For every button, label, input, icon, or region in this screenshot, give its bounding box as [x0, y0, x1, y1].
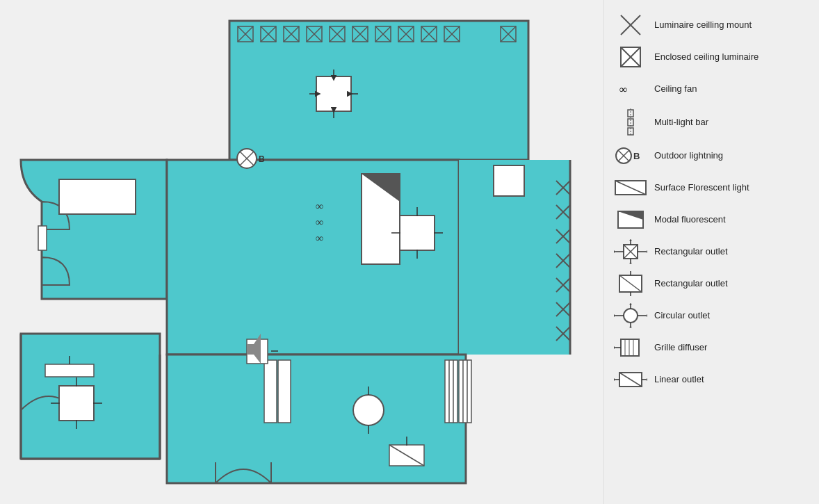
luminaire-ceiling-mount-label: Luminaire ceilling mount — [654, 19, 752, 31]
svg-text:∞: ∞ — [619, 83, 627, 95]
svg-rect-1 — [167, 160, 459, 355]
svg-text:B: B — [259, 154, 265, 164]
svg-point-114 — [353, 395, 384, 425]
rect-outlet-arrows-label: Rectangular outlet — [654, 246, 728, 258]
svg-rect-57 — [38, 226, 47, 250]
svg-marker-163 — [646, 314, 647, 317]
enclosed-ceiling-label: Enclosed ceiling luminaire — [654, 51, 759, 63]
svg-text:∞: ∞ — [316, 200, 323, 212]
circular-outlet-icon — [614, 303, 647, 328]
svg-rect-90 — [459, 360, 471, 423]
legend-item-multi-light: Multi-light bar — [614, 108, 809, 136]
outdoor-lightning-icon: B — [614, 146, 647, 165]
svg-marker-146 — [614, 250, 615, 253]
legend-item-rect-outlet: Rectangular outlet — [614, 271, 809, 296]
svg-rect-164 — [621, 339, 639, 356]
svg-marker-161 — [614, 314, 615, 317]
legend-item-outdoor-lightning: B Outdoor lightning — [614, 143, 809, 168]
svg-rect-93 — [45, 364, 94, 377]
svg-rect-87 — [445, 360, 457, 423]
svg-rect-44 — [316, 76, 351, 111]
rect-outlet-label: Rectangular outlet — [654, 278, 728, 290]
svg-point-155 — [624, 309, 638, 323]
svg-rect-105 — [264, 360, 277, 423]
legend-item-ceiling-fan: ∞ Ceiling fan — [614, 76, 809, 101]
svg-marker-144 — [629, 263, 632, 264]
svg-marker-169 — [614, 346, 615, 349]
circular-outlet-label: Circular outlet — [654, 310, 710, 322]
svg-marker-142 — [629, 239, 632, 241]
svg-marker-148 — [646, 250, 647, 253]
svg-rect-98 — [59, 386, 94, 421]
legend-item-luminaire-ceiling-mount: Luminaire ceilling mount — [614, 13, 809, 38]
multi-light-label: Multi-light bar — [654, 117, 708, 129]
linear-outlet-icon — [614, 367, 647, 392]
rect-outlet-arrows-icon — [614, 239, 647, 264]
legend-item-circular-outlet: Circular outlet — [614, 303, 809, 328]
svg-rect-70 — [494, 165, 524, 196]
grille-diffuser-icon — [614, 335, 647, 360]
svg-text:∞: ∞ — [316, 232, 323, 244]
linear-outlet-label: Linear outlet — [654, 374, 704, 386]
enclosed-ceiling-icon — [614, 44, 647, 70]
modal-fluorescent-label: Modal fluorescent — [654, 214, 726, 226]
legend-item-grille-diffuser: Grille diffuser — [614, 335, 809, 360]
luminaire-ceiling-mount-icon — [614, 13, 647, 38]
outdoor-lightning-label: Outdoor lightning — [654, 150, 723, 162]
svg-text:B: B — [633, 151, 640, 161]
svg-rect-63 — [400, 216, 435, 250]
svg-rect-55 — [59, 179, 136, 214]
legend-item-surface-fluorescent: Surface Florescent light — [614, 175, 809, 200]
ceiling-fan-icon: ∞ — [614, 82, 647, 96]
multi-light-icon — [614, 108, 647, 136]
surface-fluorescent-label: Surface Florescent light — [654, 182, 749, 194]
svg-rect-126 — [628, 110, 633, 117]
legend-item-linear-outlet: Linear outlet — [614, 367, 809, 392]
legend-panel: Luminaire ceilling mount Enclosed ceilin… — [603, 0, 819, 504]
floor-plan: B ∞ ∞ ∞ — [0, 0, 603, 504]
legend-item-rect-outlet-arrows: Rectangular outlet — [614, 239, 809, 264]
svg-text:∞: ∞ — [316, 216, 323, 228]
surface-fluorescent-icon — [614, 178, 647, 197]
svg-marker-173 — [614, 378, 615, 381]
rect-outlet-icon — [614, 271, 647, 296]
ceiling-fan-label: Ceiling fan — [654, 83, 697, 95]
svg-marker-157 — [629, 303, 632, 304]
svg-rect-108 — [278, 360, 291, 423]
svg-marker-175 — [646, 378, 647, 381]
legend-item-modal-fluorescent: Modal fluorescent — [614, 207, 809, 232]
legend-item-enclosed-ceiling: Enclosed ceiling luminaire — [614, 44, 809, 70]
grille-diffuser-label: Grille diffuser — [654, 342, 707, 354]
svg-marker-159 — [629, 327, 632, 328]
modal-fluorescent-icon — [614, 210, 647, 229]
